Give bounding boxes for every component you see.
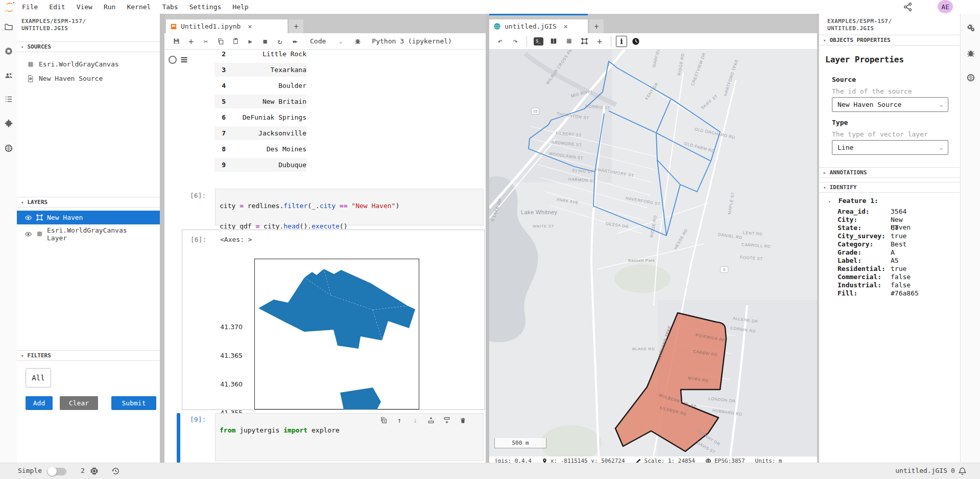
feature-property: Label:A5 xyxy=(838,257,862,264)
insert-cell-below-icon[interactable] xyxy=(442,416,451,425)
table-row: 3Texarkana xyxy=(214,63,306,77)
filter-add-button[interactable]: Add xyxy=(26,396,53,410)
vector-layer-icon[interactable] xyxy=(578,36,591,47)
chevron-down-icon: ▾ xyxy=(21,44,23,50)
stop-icon[interactable]: ■ xyxy=(258,36,272,47)
insert-cell-above-icon[interactable] xyxy=(426,416,436,425)
eye-icon[interactable] xyxy=(24,214,33,221)
file-browser-icon[interactable] xyxy=(4,22,13,31)
temporal-controller-icon[interactable] xyxy=(629,36,642,47)
toolbar-separator xyxy=(527,36,527,47)
identify-tool-icon[interactable]: i xyxy=(616,36,627,47)
collapser-circle-icon[interactable] xyxy=(169,56,177,64)
running-terminals-icon[interactable] xyxy=(4,47,13,56)
menu-kernel[interactable]: Kernel xyxy=(121,3,156,11)
filter-all-chip[interactable]: All xyxy=(26,368,51,387)
notebook-tab-bar: Untitled1.ipynb ✕ + xyxy=(164,14,486,33)
history-icon[interactable] xyxy=(111,467,120,475)
restart-run-all-icon[interactable]: ▶▶ xyxy=(288,36,301,47)
delete-cell-icon[interactable] xyxy=(458,416,467,425)
chevron-down-icon: ▾ xyxy=(823,38,826,43)
menu-run[interactable]: Run xyxy=(98,3,121,11)
kernel-count[interactable]: 2 xyxy=(81,467,85,474)
collaboration-icon[interactable] xyxy=(4,71,13,80)
basemap-gallery-icon[interactable] xyxy=(547,36,560,47)
filter-submit-button[interactable]: Submit xyxy=(111,396,156,410)
input-prompt: [9]: xyxy=(190,416,206,423)
move-cell-up-icon[interactable]: ↑ xyxy=(395,416,404,425)
cell-type-select[interactable]: Code ⌄ xyxy=(310,37,342,45)
type-select[interactable]: Line ⌄ xyxy=(832,140,948,155)
notebook-file-icon xyxy=(170,23,177,30)
gis-panel-icon[interactable] xyxy=(4,144,13,153)
new-tab-button[interactable]: + xyxy=(589,19,604,33)
cut-icon[interactable]: ✂ xyxy=(199,36,212,47)
feature-property: Category:Best xyxy=(838,240,873,248)
console-icon[interactable]: $_ xyxy=(532,36,545,47)
y-tick-label: 41.370 xyxy=(216,323,243,331)
raster-layer-icon[interactable] xyxy=(562,36,576,47)
cell-menu-icon[interactable] xyxy=(180,56,188,64)
tab-untitled-jgis[interactable]: untitled.jGIS ✕ xyxy=(489,19,588,33)
menu-tabs[interactable]: Tabs xyxy=(156,3,183,11)
extensions-icon[interactable] xyxy=(4,119,13,128)
bell-icon[interactable] xyxy=(958,466,967,475)
left-sidebar: EXAMPLES/ESPM-157/ UNTITLED.JGIS ▾ SOURC… xyxy=(17,14,160,463)
simple-mode-toggle[interactable] xyxy=(47,468,66,475)
feature-header[interactable]: ▾ Feature 1: xyxy=(828,197,878,204)
sources-section-header[interactable]: ▾ SOURCES xyxy=(17,41,160,52)
menu-help[interactable]: Help xyxy=(227,3,254,11)
source-select[interactable]: New Haven Source ⌄ xyxy=(832,97,948,112)
source-item-esri[interactable]: Esri.WorldGrayCanvas xyxy=(17,57,160,71)
menu-edit[interactable]: Edit xyxy=(43,3,70,11)
code-cell-input[interactable]: city = redlines.filter(_.city == "New Ha… xyxy=(215,189,484,225)
bassett-park-area xyxy=(614,264,671,293)
right-panel: EXAMPLES/ESPM-157/ UNTITLED.JGIS ▾ OBJEC… xyxy=(819,14,961,463)
table-row: 8Des Moines xyxy=(214,142,306,156)
close-icon[interactable]: ✕ xyxy=(248,22,252,30)
menu-settings[interactable]: Settings xyxy=(184,3,227,11)
paste-icon[interactable] xyxy=(229,36,242,47)
input-prompt: [6]: xyxy=(190,192,206,199)
layer-item-new-haven[interactable]: New Haven xyxy=(17,211,160,224)
gis-globe-icon[interactable] xyxy=(966,73,975,82)
source-item-new-haven[interactable]: New Haven Source xyxy=(17,72,160,85)
tab-untitled1-ipynb[interactable]: Untitled1.ipynb ✕ xyxy=(166,19,288,33)
save-icon[interactable] xyxy=(170,36,183,47)
filter-clear-button[interactable]: Clear xyxy=(60,396,98,410)
gis-tab-bar: untitled.jGIS ✕ + xyxy=(489,14,817,33)
identify-header[interactable]: ▾ IDENTIFY xyxy=(819,182,961,193)
splitter[interactable] xyxy=(160,14,164,463)
new-tab-button[interactable]: + xyxy=(289,19,303,33)
user-avatar[interactable]: AE xyxy=(938,0,953,13)
kernel-chip-icon[interactable] xyxy=(90,467,99,475)
restart-kernel-icon[interactable]: ↻ xyxy=(273,36,286,47)
objects-properties-header[interactable]: ▾ OBJECTS PROPERTIES xyxy=(819,35,961,45)
output-text: <Axes: > xyxy=(220,236,252,243)
add-layer-icon[interactable]: + xyxy=(593,36,606,47)
table-of-contents-icon[interactable] xyxy=(4,95,13,104)
run-icon[interactable]: ▶ xyxy=(244,36,257,47)
layers-section-header[interactable]: ▾ LAYERS xyxy=(17,197,160,208)
menu-file[interactable]: File xyxy=(16,3,43,11)
layer-item-esri[interactable]: Esri.WorldGrayCanvas Layer xyxy=(17,225,160,243)
debugger-bug-icon[interactable] xyxy=(351,36,364,47)
property-inspector-icon[interactable] xyxy=(966,23,975,32)
splitter[interactable] xyxy=(486,14,489,463)
current-file-status: untitled.jGIS xyxy=(866,467,947,474)
move-cell-down-icon[interactable]: ↓ xyxy=(411,416,420,425)
filters-section-header[interactable]: ▾ FILTERS xyxy=(17,350,160,361)
eye-icon[interactable] xyxy=(24,231,33,238)
annotations-header[interactable]: ▸ ANNOTATIONS xyxy=(819,167,961,178)
debugger-bug-icon[interactable] xyxy=(966,49,975,58)
kernel-name[interactable]: Python 3 (ipykernel) xyxy=(372,37,452,45)
close-icon[interactable]: ✕ xyxy=(564,22,568,30)
undo-icon[interactable]: ↶ xyxy=(493,36,507,47)
add-cell-icon[interactable]: + xyxy=(184,36,198,47)
duplicate-cell-icon[interactable] xyxy=(379,416,388,425)
share-icon[interactable] xyxy=(903,2,913,12)
copy-icon[interactable] xyxy=(214,36,227,47)
map-canvas[interactable]: WILBUR CROSS PKWY Mill River NORRIS ST T… xyxy=(489,50,817,465)
menu-view[interactable]: View xyxy=(71,3,98,11)
redo-icon[interactable]: ↷ xyxy=(509,36,522,47)
